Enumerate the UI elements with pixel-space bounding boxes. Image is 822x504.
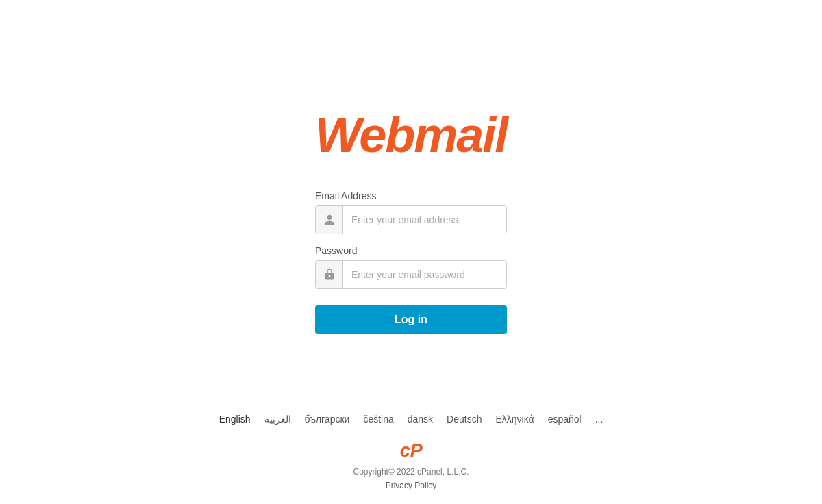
email-input[interactable] [343, 206, 506, 234]
language-english[interactable]: English [219, 414, 251, 425]
user-icon [316, 206, 343, 234]
language-bar: English العربية български čeština dansk … [219, 400, 603, 438]
cpanel-logo-icon: cP [399, 438, 423, 463]
password-field-group: Password [315, 245, 507, 289]
email-input-wrapper [315, 205, 507, 234]
lock-icon [316, 261, 343, 288]
password-input-wrapper [315, 260, 507, 289]
language-german[interactable]: Deutsch [447, 414, 482, 425]
svg-text:cP: cP [400, 440, 423, 461]
copyright-text: Copyright© 2022 cPanel, L.L.C. [353, 467, 469, 477]
password-input[interactable] [343, 261, 506, 288]
language-greek[interactable]: Ελληνικά [495, 414, 534, 425]
privacy-policy-link[interactable]: Privacy Policy [386, 481, 437, 490]
language-bulgarian[interactable]: български [305, 414, 350, 425]
language-more[interactable]: ... [595, 414, 603, 425]
webmail-logo: Webmail [315, 107, 508, 163]
login-form: Email Address Password [315, 190, 507, 334]
logo-container: Webmail [315, 107, 508, 163]
language-czech[interactable]: čeština [363, 414, 393, 425]
password-label: Password [315, 245, 507, 256]
language-arabic[interactable]: العربية [264, 414, 291, 425]
login-button[interactable]: Log in [315, 305, 507, 334]
language-danish[interactable]: dansk [408, 414, 433, 425]
footer: cP Copyright© 2022 cPanel, L.L.C. Privac… [353, 438, 469, 504]
email-label: Email Address [315, 190, 507, 201]
language-spanish[interactable]: español [548, 414, 582, 425]
main-content: Webmail Email Address Password [0, 0, 822, 400]
email-field-group: Email Address [315, 190, 507, 234]
